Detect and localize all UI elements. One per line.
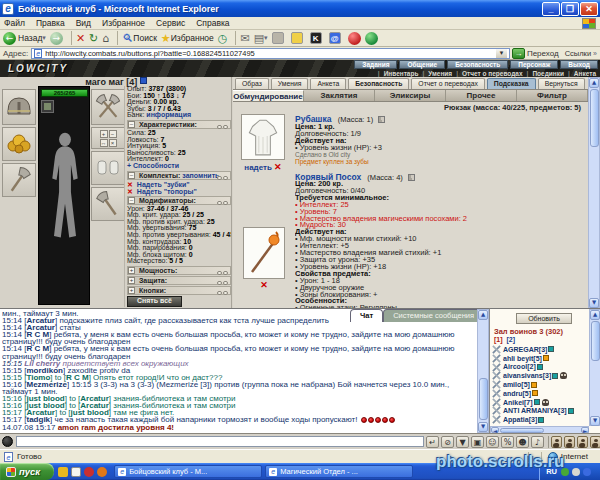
clear-slot-icon[interactable]: × [109, 139, 117, 147]
player-name[interactable]: Aircool [503, 363, 527, 370]
maximize-button[interactable]: ❐ [561, 2, 579, 16]
player-name[interactable]: ANTI ARMANIYA [503, 407, 558, 414]
info-badge-icon[interactable] [548, 346, 554, 352]
favorites-button[interactable]: ★ Избранное [161, 32, 214, 45]
player-name[interactable]: Appatia [503, 416, 529, 423]
info-badge-icon[interactable] [531, 382, 537, 388]
nav-top-item[interactable]: Общение [399, 60, 445, 69]
nav-top-item[interactable]: Задания [354, 60, 397, 69]
inventory-tab[interactable]: Безопасность [348, 78, 409, 89]
friends-icon[interactable] [551, 436, 562, 448]
player-row[interactable]: ahli beyit[5] [492, 354, 578, 363]
info-badge-icon[interactable] [538, 417, 544, 423]
mailru-button[interactable]: @ [329, 32, 344, 44]
player-row[interactable]: AGREGAR[3] [492, 345, 578, 354]
info-badge-icon[interactable] [568, 408, 574, 414]
search-button[interactable]: 🔍︎ Поиск [122, 32, 157, 45]
scroll-down-icon[interactable]: ▼ [589, 298, 599, 308]
menu-item[interactable]: Справка [196, 18, 229, 28]
slot-crossed-axes[interactable] [91, 89, 125, 125]
player-row[interactable]: amilo[5] [492, 380, 578, 389]
tray-volume-icon[interactable] [572, 468, 580, 476]
swap-icon[interactable]: ↔ [100, 139, 108, 147]
quick-launch-icon[interactable] [71, 467, 81, 477]
back-dropdown-icon[interactable]: ▾ [42, 34, 46, 42]
page-2-link[interactable]: [2] [507, 336, 516, 343]
scroll-thumb[interactable] [479, 378, 488, 420]
menu-item[interactable]: Сервис [156, 18, 185, 28]
quick-launch-icon[interactable] [58, 467, 68, 477]
info-badge-icon[interactable] [537, 364, 543, 370]
back-button[interactable]: ← Назад ▾ [3, 32, 46, 45]
nav-sub-item[interactable]: Поединки [523, 70, 564, 77]
zoom-out-icon[interactable]: − [109, 130, 117, 138]
collapse-toggle-icon[interactable]: – [128, 121, 135, 128]
scroll-down-icon[interactable]: ▼ [478, 422, 488, 432]
character-name[interactable]: маго маг [85, 77, 123, 87]
links-chevron-icon[interactable]: » [593, 50, 597, 57]
smiley-picker-icon[interactable] [2, 436, 13, 447]
player-name[interactable]: ahli beyit [503, 355, 533, 362]
menu-item[interactable]: Файл [4, 18, 25, 28]
nav-top-item[interactable]: Выход [560, 60, 598, 69]
info-badge-icon[interactable] [543, 355, 549, 361]
app-k-button[interactable]: K [310, 32, 325, 44]
player-row[interactable]: andru[5] [492, 389, 578, 398]
history-button[interactable]: ◷ [218, 32, 228, 45]
inventory-subtab[interactable]: Эликсиры [375, 90, 446, 101]
menu-item[interactable]: Избранное [102, 18, 145, 28]
doll-mini-icon[interactable] [41, 100, 54, 113]
chat-tool-icon[interactable]: ▼ [456, 436, 469, 448]
nav-top-item[interactable]: Безопасность [447, 60, 508, 69]
collapse-toggle-icon[interactable]: + [128, 267, 135, 274]
inventory-tab[interactable]: Умения [271, 78, 309, 89]
scroll-up-icon[interactable]: ▲ [589, 78, 599, 88]
inventory-tab[interactable]: Подсказка [487, 78, 536, 89]
drop-item-icon[interactable]: ✕ [260, 280, 268, 290]
nav-sub-item[interactable]: Анкета [564, 70, 596, 77]
tab-chat[interactable]: Чат [350, 309, 383, 322]
chat-scrollbar[interactable]: ▲ ▼ [477, 309, 489, 433]
refresh-button[interactable]: ↻ [89, 32, 98, 45]
address-dropdown-icon[interactable]: ▼ [496, 49, 507, 58]
start-button[interactable]: пуск [0, 463, 54, 480]
inventory-subtab[interactable]: Прочее [446, 90, 517, 101]
item-staff-image[interactable] [243, 227, 285, 279]
info-badge-icon[interactable] [552, 373, 558, 379]
chat-tool-icon[interactable]: ⊘ [441, 436, 454, 448]
nav-sub-item[interactable]: Инвентарь [374, 70, 419, 77]
main-scrollbar[interactable]: ▲ ▼ [588, 77, 600, 308]
inventory-tab[interactable]: Образ [235, 78, 269, 89]
refresh-button[interactable]: Обновить [516, 313, 572, 324]
home-button[interactable]: ⌂ [102, 32, 109, 45]
inventory-subtab[interactable]: Фильтр [517, 90, 588, 101]
inventory-subtab[interactable]: Обмундирование [233, 90, 304, 101]
chat-tool-icon[interactable]: ♪ [531, 436, 544, 448]
scroll-thumb[interactable] [591, 321, 600, 361]
tray-network-icon[interactable] [583, 468, 591, 476]
passport-info-icon[interactable] [140, 77, 147, 84]
close-button[interactable]: ✕ [580, 2, 598, 16]
inventory-tab[interactable]: Вернуться [538, 78, 585, 89]
go-button[interactable]: → [512, 48, 525, 59]
info-badge-icon[interactable] [534, 399, 540, 405]
chat-tool-icon[interactable]: ▣ [471, 436, 484, 448]
inventory-tab[interactable]: Анкета [310, 78, 346, 89]
print-button[interactable]: ▤▾ [254, 32, 268, 45]
player-name[interactable]: amilo [503, 381, 521, 388]
menu-item[interactable]: Правка [36, 18, 65, 28]
scroll-up-icon[interactable]: ▲ [478, 310, 488, 320]
player-name[interactable]: Anikei [503, 399, 524, 406]
nav-top-item[interactable]: Персонаж [510, 60, 558, 69]
tab-system-messages[interactable]: Системные сообщения [383, 309, 484, 322]
inventory-tab[interactable]: Отчет о переводах [411, 78, 485, 89]
clan-icon[interactable] [564, 436, 575, 448]
player-row[interactable]: aivansivans[3] [492, 371, 578, 380]
go-label[interactable]: Переход [527, 49, 559, 58]
collapse-toggle-icon[interactable]: – [128, 197, 135, 204]
chat-tool-icon[interactable]: ☺ [486, 436, 499, 448]
minimize-button[interactable]: _ [542, 2, 560, 16]
notes-button[interactable] [291, 32, 306, 44]
wear-link[interactable]: надеть [244, 163, 272, 172]
messenger-button[interactable] [365, 32, 378, 45]
